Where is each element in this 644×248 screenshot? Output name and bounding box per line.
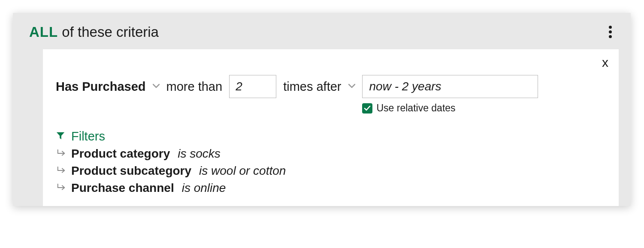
sub-arrow-icon bbox=[57, 149, 66, 159]
filters-section: Filters Product category is socks Produc… bbox=[56, 129, 606, 195]
filter-row[interactable]: Product subcategory is wool or cotton bbox=[56, 164, 606, 178]
criteria-all-word: ALL bbox=[29, 24, 58, 40]
filter-name: Product category bbox=[71, 147, 170, 161]
filter-condition: is online bbox=[182, 181, 226, 195]
criteria-left-group: Has Purchased more than times after bbox=[56, 75, 355, 98]
more-than-label: more than bbox=[166, 80, 223, 94]
criteria-row: Has Purchased more than times after Use bbox=[56, 75, 606, 114]
filters-header: Filters bbox=[56, 129, 606, 143]
chevron-down-icon[interactable] bbox=[153, 83, 160, 90]
filter-condition: is socks bbox=[178, 147, 221, 161]
filter-icon bbox=[56, 131, 65, 142]
date-input[interactable] bbox=[362, 75, 538, 98]
criteria-header-title: ALL of these criteria bbox=[29, 24, 159, 40]
sub-arrow-icon bbox=[57, 166, 66, 176]
more-options-icon[interactable] bbox=[606, 23, 614, 41]
date-column: Use relative dates bbox=[362, 75, 538, 114]
criteria-header: ALL of these criteria bbox=[13, 13, 631, 49]
chevron-down-icon[interactable] bbox=[348, 83, 355, 90]
filter-condition: is wool or cotton bbox=[199, 164, 286, 178]
criteria-group-card: ALL of these criteria x Has Purchased mo… bbox=[13, 13, 631, 206]
relative-dates-row: Use relative dates bbox=[362, 102, 538, 114]
count-input[interactable] bbox=[229, 75, 276, 98]
close-icon[interactable]: x bbox=[602, 55, 608, 70]
filter-row[interactable]: Purchase channel is online bbox=[56, 181, 606, 195]
criteria-item-card: x Has Purchased more than times after bbox=[43, 49, 619, 206]
filter-name: Product subcategory bbox=[71, 164, 191, 178]
relative-dates-label: Use relative dates bbox=[377, 102, 456, 114]
filter-row[interactable]: Product category is socks bbox=[56, 147, 606, 161]
sub-arrow-icon bbox=[57, 183, 66, 193]
times-after-label: times after bbox=[283, 80, 341, 94]
has-purchased-label: Has Purchased bbox=[56, 80, 146, 94]
filters-title: Filters bbox=[71, 129, 105, 143]
relative-dates-checkbox[interactable] bbox=[362, 103, 372, 114]
filter-name: Purchase channel bbox=[71, 181, 174, 195]
criteria-header-rest: of these criteria bbox=[58, 24, 159, 40]
